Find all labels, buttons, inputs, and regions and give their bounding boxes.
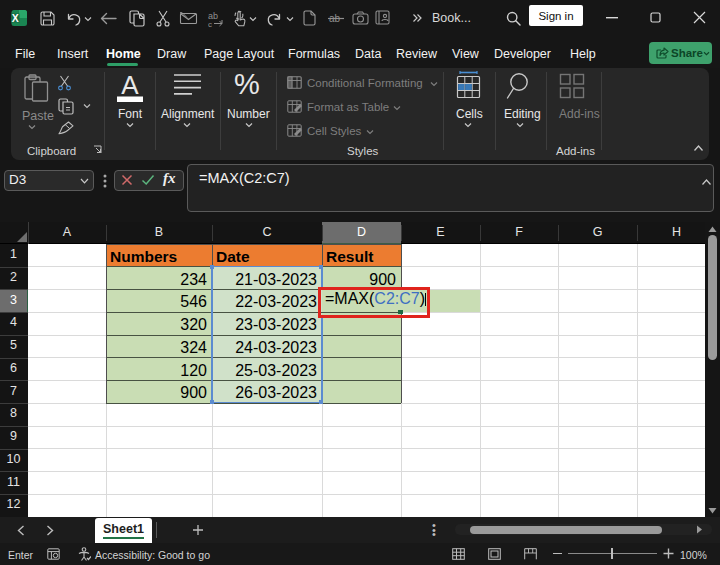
svg-text:A: A (121, 72, 139, 100)
